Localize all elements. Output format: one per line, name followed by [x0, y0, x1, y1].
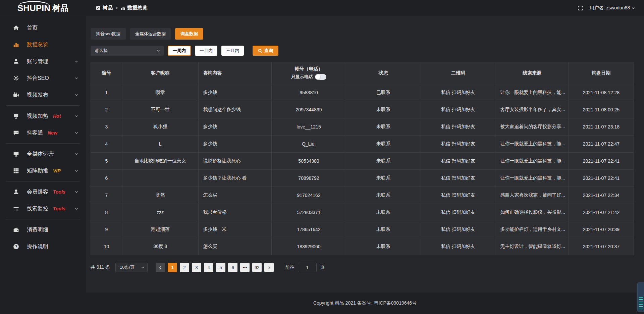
cell-account: 50534380 [272, 153, 346, 170]
cell-id: 8 [91, 204, 122, 221]
filter-select-placeholder: 请选择 [95, 48, 108, 54]
page-button-1[interactable]: 1 [168, 263, 177, 272]
user-menu[interactable]: 用户名: zswodun88 [589, 5, 635, 11]
source-link[interactable]: 多功能护栏灯，适用于乡村文... [495, 221, 569, 238]
goto-suffix: 页 [320, 264, 325, 270]
cell-content: 我只看价格 [198, 204, 272, 221]
data-tabs: 抖音seo数据 全媒体运营数据 询盘数据 [91, 28, 634, 40]
page-button-4[interactable]: 4 [204, 263, 213, 272]
source-link[interactable]: 让你一眼就爱上的黑科技，能... [495, 170, 569, 187]
sidebar-item-clue-monitor[interactable]: 线索监控 Tools [0, 200, 86, 217]
cell-account: 178651642 [272, 221, 346, 238]
tab-media-operation-data[interactable]: 全媒体运营数据 [130, 28, 171, 40]
cell-nickname: zzz [122, 204, 198, 221]
source-link[interactable]: 让你一眼就爱上的黑科技，能... [495, 136, 569, 153]
page-ellipsis-button[interactable]: ••• [240, 263, 250, 272]
sidebar-item-video-heat[interactable]: 视频加热 Hot [0, 108, 86, 124]
sidebar-item-member-baoke[interactable]: 会员爆客 Tools [0, 184, 86, 200]
phone-only-toggle[interactable] [315, 74, 326, 80]
source-link[interactable]: 如何正确选择投影仪，买投影... [495, 204, 569, 221]
page-button-6[interactable]: 6 [228, 263, 237, 272]
filter-select[interactable]: 请选择 [91, 46, 164, 56]
cell-content: 我想问这个多少钱 [198, 101, 272, 118]
cell-content: 怎么买 [198, 238, 272, 255]
qrcode-link[interactable]: 私信 扫码加好友 [421, 101, 495, 118]
logo-text-cn: 树品 [52, 3, 68, 13]
page-button-2[interactable]: 2 [180, 263, 189, 272]
qrcode-link[interactable]: 私信 扫码加好友 [421, 170, 495, 187]
range-week-button[interactable]: 一周内 [168, 46, 191, 56]
qrcode-link[interactable]: 私信 扫码加好友 [421, 84, 495, 101]
cell-content: 多少钱 [198, 84, 272, 101]
table-row: 4 L 多少钱 Q_Liu. 未联系 私信 扫码加好友 让你一眼就爱上的黑科技，… [91, 136, 634, 153]
col-source: 线索来源 [495, 62, 569, 84]
sidebar-item-label: 视频发布 [27, 92, 48, 99]
main-area: 抖音seo数据 全媒体运营数据 询盘数据 请选择 一周内 一月内 三月内 查询 [86, 16, 644, 314]
qrcode-link[interactable]: 私信 扫码加好友 [421, 221, 495, 238]
qrcode-link[interactable]: 私信 扫码加好友 [421, 153, 495, 170]
chevron-down-icon [631, 6, 635, 10]
username-label: 用户名: zswodun88 [589, 5, 630, 11]
cell-account: 572803371 [272, 204, 346, 221]
sidebar-item-media-operation[interactable]: 全媒体运营 [0, 146, 86, 162]
qrcode-link[interactable]: 私信 扫码加好友 [421, 238, 495, 255]
cell-nickname: 潮起潮落 [122, 221, 198, 238]
phone-toggle-label: 只显示电话 [291, 74, 313, 80]
page-size-select[interactable]: 10条/页 [115, 263, 148, 272]
floating-widget[interactable] [637, 282, 644, 312]
sidebar-item-data-overview[interactable]: 数据总览 [0, 36, 86, 53]
qrcode-link[interactable]: 私信 扫码加好友 [421, 118, 495, 136]
qrcode-link[interactable]: 私信 扫码加好友 [421, 187, 495, 204]
sidebar-item-consume-detail[interactable]: 消费明细 [0, 221, 86, 238]
table-row: 2 不可一世 我想问这个多少钱 2097344839 未联系 私信 扫码加好友 … [91, 101, 634, 118]
sidebar-item-douketong[interactable]: 抖客通 New [0, 124, 86, 141]
chevron-down-icon [74, 190, 78, 194]
goto-page-input[interactable] [298, 263, 317, 272]
table-row: 9 潮起潮落 多少钱一米 178651642 未联系 私信 扫码加好友 多功能护… [91, 221, 634, 238]
sidebar-item-label: 视频加热 [27, 113, 48, 120]
page-button-5[interactable]: 5 [216, 263, 225, 272]
next-page-button[interactable] [264, 263, 274, 272]
sidebar-item-video-publish[interactable]: 视频发布 [0, 87, 86, 103]
cell-date: 2021-11-07 20:37 [569, 238, 634, 255]
tab-inquiry-data[interactable]: 询盘数据 [175, 28, 203, 40]
page-button-3[interactable]: 3 [192, 263, 201, 272]
source-link[interactable]: 被大家追着问的客厅投影分享... [495, 118, 569, 136]
sidebar-item-douyin-seo[interactable]: 抖音SEO [0, 70, 86, 87]
cell-id: 10 [91, 238, 122, 255]
sidebar-item-account[interactable]: 账号管理 [0, 53, 86, 70]
breadcrumb-current[interactable]: 数据总览 [121, 5, 148, 11]
sidebar-item-matrix-boost[interactable]: 矩阵助推 VIP [0, 162, 86, 179]
source-link[interactable]: 客厅安装投影半年多了，真实... [495, 101, 569, 118]
col-status: 状态 [346, 62, 421, 84]
qrcode-link[interactable]: 私信 扫码加好友 [421, 204, 495, 221]
sidebar-item-home[interactable]: 首页 [0, 19, 86, 36]
source-link[interactable]: 让你一眼就爱上的黑科技，能... [495, 153, 569, 170]
source-link[interactable]: 无主灯设计，智能磁吸轨道灯... [495, 238, 569, 255]
chevron-down-icon [156, 49, 160, 53]
search-button[interactable]: 查询 [253, 46, 278, 56]
status-badge: 已联系 [346, 84, 421, 101]
fullscreen-icon[interactable] [578, 5, 583, 11]
cell-account: 70898792 [272, 170, 346, 187]
source-link[interactable]: 让你一眼就爱上的黑科技，能... [495, 84, 569, 101]
breadcrumb-separator: > [115, 5, 118, 10]
cell-date: 2021-11-07 20:39 [569, 221, 634, 238]
sidebar-item-help[interactable]: ? 操作说明 [0, 238, 86, 255]
prev-page-button[interactable] [156, 263, 165, 272]
breadcrumb: 树品 > 数据总览 [96, 5, 148, 11]
breadcrumb-root[interactable]: 树品 [96, 5, 113, 11]
cell-id: 5 [91, 153, 122, 170]
range-quarter-button[interactable]: 三月内 [221, 46, 244, 56]
qrcode-link[interactable]: 私信 扫码加好友 [421, 136, 495, 153]
tab-douyin-seo-data[interactable]: 抖音seo数据 [91, 28, 126, 40]
cell-id: 9 [91, 221, 122, 238]
col-account-title: 帐号（电话） [272, 66, 346, 72]
source-link[interactable]: 感谢大家喜欢我家，被问了好... [495, 187, 569, 204]
sliders-icon [13, 206, 19, 212]
col-id: 编号 [91, 62, 122, 84]
status-badge: 未联系 [346, 204, 421, 221]
sidebar-item-label: 数据总览 [27, 41, 48, 48]
page-button-92[interactable]: 92 [252, 263, 262, 272]
range-month-button[interactable]: 一月内 [195, 46, 217, 56]
